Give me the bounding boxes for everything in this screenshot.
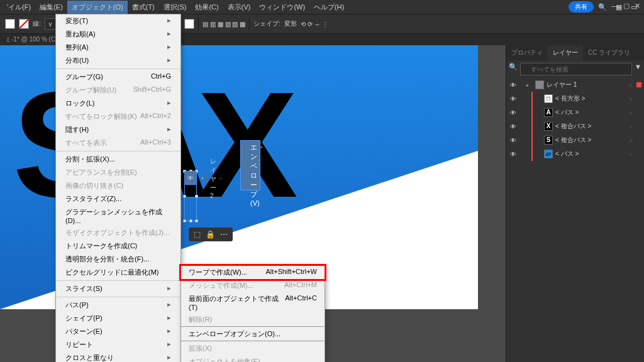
visibility-icon[interactable]: 👁 bbox=[509, 151, 518, 158]
menu-item[interactable]: エンベロープ(V) bbox=[240, 140, 260, 190]
context-toolbar[interactable]: ⬚🔒⋯ bbox=[189, 228, 233, 241]
stroke-label: 線: bbox=[33, 19, 41, 28]
menu-item[interactable]: ロック(L) bbox=[56, 97, 180, 110]
stroke-swatch[interactable] bbox=[19, 19, 29, 29]
submenu-item[interactable]: 最前面のオブジェクトで作成(T)Alt+Ctrl+C bbox=[181, 292, 325, 313]
layer-row[interactable]: 👁▾レイヤー 2○ bbox=[184, 171, 197, 185]
target-icon[interactable]: ○ bbox=[629, 96, 633, 102]
submenu-item[interactable]: 拡張(X) bbox=[181, 342, 325, 355]
tab-cc[interactable]: CC ライブラリ bbox=[583, 45, 635, 60]
target-icon[interactable]: ○ bbox=[629, 137, 633, 144]
menu-help[interactable]: ヘルプ(H) bbox=[309, 1, 348, 14]
submenu-item[interactable]: オブジェクトを編集(E) bbox=[181, 355, 325, 362]
menu-item[interactable]: パターン(E) bbox=[56, 325, 180, 338]
layer-row[interactable]: 👁X< 複合パス >○ bbox=[506, 119, 644, 133]
search-icon[interactable]: 🔍 bbox=[594, 3, 611, 11]
tab-properties[interactable]: プロパティ bbox=[506, 45, 548, 60]
layer-row[interactable]: 👁A< パス >○ bbox=[506, 106, 644, 119]
layer-row[interactable]: 👁▸レイヤー 1○ bbox=[506, 78, 644, 92]
menu-window[interactable]: ウィンドウ(W) bbox=[255, 1, 309, 14]
menu-item[interactable]: スライス(S) bbox=[56, 282, 180, 295]
menu-item[interactable]: パス(P) bbox=[56, 299, 180, 312]
menu-item[interactable]: 画像の切り抜き(C) bbox=[56, 179, 180, 192]
filter-icon[interactable]: ▼ bbox=[635, 63, 641, 75]
close-button[interactable]: ✕ bbox=[635, 2, 640, 10]
submenu-item[interactable]: メッシュで作成(M)...Alt+Ctrl+M bbox=[181, 279, 325, 292]
menu-item[interactable]: アピアランスを分割(E) bbox=[56, 166, 180, 179]
menu-effect[interactable]: 効果(C) bbox=[191, 1, 223, 14]
menu-file[interactable]: 'イル(F) bbox=[3, 1, 35, 14]
layer-search-input[interactable] bbox=[520, 63, 632, 75]
layers-list: 👁▸レイヤー 1○👁▾レイヤー 2○👁□< 長方形 >○👁A< パス >○👁X<… bbox=[506, 78, 644, 161]
menu-item[interactable]: ピクセルグリッドに最適化(M) bbox=[56, 266, 180, 279]
fill-swatch[interactable] bbox=[5, 19, 15, 29]
menu-item[interactable]: 重ね順(A) bbox=[56, 28, 180, 41]
menu-item[interactable]: シェイプ(P) bbox=[56, 312, 180, 325]
menu-item[interactable]: ラスタライズ(Z)... bbox=[56, 192, 180, 206]
target-icon[interactable]: ○ bbox=[629, 82, 633, 89]
share-button[interactable]: 共有 bbox=[569, 1, 594, 13]
layer-search: 🔍 ▼ bbox=[506, 60, 644, 78]
menu-view[interactable]: 表示(V) bbox=[223, 1, 255, 14]
target-icon[interactable]: ○ bbox=[629, 123, 633, 130]
visibility-icon[interactable]: 👁 bbox=[509, 82, 518, 89]
layer-row[interactable]: 👁▱< パス >○ bbox=[506, 147, 644, 161]
envelope-submenu: ワープで作成(W)...Alt+Shift+Ctrl+Wメッシュで作成(M)..… bbox=[180, 265, 325, 362]
menu-item[interactable]: 変形(T) bbox=[56, 14, 180, 28]
search-icon: 🔍 bbox=[509, 63, 518, 75]
menu-item[interactable]: すべてをロック解除(K)Alt+Ctrl+2 bbox=[56, 110, 180, 123]
menu-item[interactable]: 分布(U) bbox=[56, 54, 180, 67]
window-controls: — ▢ ✕ bbox=[611, 2, 640, 10]
menubar: 'イル(F) 編集(E) オブジェクト(O) 書式(T) 選択(S) 効果(C)… bbox=[0, 0, 644, 14]
shape-label[interactable]: シェイプ: bbox=[253, 19, 280, 28]
menu-item[interactable]: 隠す(H) bbox=[56, 123, 180, 136]
visibility-icon[interactable]: 👁 bbox=[509, 123, 518, 130]
menu-select[interactable]: 選択(S) bbox=[159, 1, 191, 14]
style-swatch[interactable] bbox=[184, 19, 194, 29]
target-icon[interactable]: ○ bbox=[629, 151, 633, 158]
align-icons[interactable]: ▤ ▥ ▦ ▧ ▨ ▩ bbox=[203, 21, 245, 28]
object-menu: 変形(T)重ね順(A)整列(A)分布(U)グループ(G)Ctrl+Gグループ解除… bbox=[55, 14, 181, 362]
submenu-item[interactable]: ワープで作成(W)...Alt+Shift+Ctrl+W bbox=[181, 266, 325, 279]
menu-item[interactable]: モザイクオブジェクトを作成(J)... bbox=[56, 226, 180, 239]
submenu-item[interactable]: エンベロープオプション(O)... bbox=[181, 327, 325, 341]
menu-type[interactable]: 書式(T) bbox=[128, 1, 159, 14]
menu-item[interactable]: 透明部分を分割・統合(F)... bbox=[56, 253, 180, 266]
transform-label[interactable]: 変形 bbox=[284, 19, 297, 28]
menu-item[interactable]: トリムマークを作成(C) bbox=[56, 239, 180, 253]
panel-tabs: プロパティ レイヤー CC ライブラリ bbox=[506, 45, 644, 60]
maximize-button[interactable]: ▢ bbox=[623, 2, 630, 10]
visibility-icon[interactable]: 👁 bbox=[509, 109, 518, 116]
tab-layers[interactable]: レイヤー bbox=[548, 45, 583, 60]
menu-item[interactable]: 整列(A) bbox=[56, 41, 180, 54]
minimize-button[interactable]: — bbox=[611, 2, 618, 10]
menu-edit[interactable]: 編集(E) bbox=[35, 1, 67, 14]
panels: プロパティ レイヤー CC ライブラリ 🔍 ▼ 👁▸レイヤー 1○👁▾レイヤー … bbox=[506, 45, 644, 362]
menu-item[interactable]: クロスと重なり bbox=[56, 351, 180, 362]
visibility-icon[interactable]: 👁 bbox=[187, 175, 194, 182]
menu-item[interactable]: すべてを表示Alt+Ctrl+3 bbox=[56, 136, 180, 150]
visibility-icon[interactable]: 👁 bbox=[509, 96, 518, 102]
menu-item[interactable]: グループ解除(U)Shift+Ctrl+G bbox=[56, 84, 180, 97]
layer-row[interactable]: 👁□< 長方形 >○ bbox=[506, 92, 644, 106]
transform-icons[interactable]: ⟲ ⟳ ↔ ⋮ bbox=[301, 21, 328, 28]
menu-item[interactable]: グループ(G)Ctrl+G bbox=[56, 70, 180, 84]
layer-row[interactable]: 👁S< 複合パス >○ bbox=[506, 133, 644, 147]
menu-object[interactable]: オブジェクト(O) bbox=[67, 1, 128, 14]
visibility-icon[interactable]: 👁 bbox=[509, 137, 518, 144]
target-icon[interactable]: ○ bbox=[629, 109, 633, 116]
target-icon[interactable]: ○ bbox=[219, 175, 223, 182]
submenu-item[interactable]: 解除(R) bbox=[181, 313, 325, 326]
menu-item[interactable]: 分割・拡張(X)... bbox=[56, 153, 180, 166]
menu-item[interactable]: リピート bbox=[56, 338, 180, 351]
menu-item[interactable]: グラデーションメッシュを作成(D)... bbox=[56, 206, 180, 226]
